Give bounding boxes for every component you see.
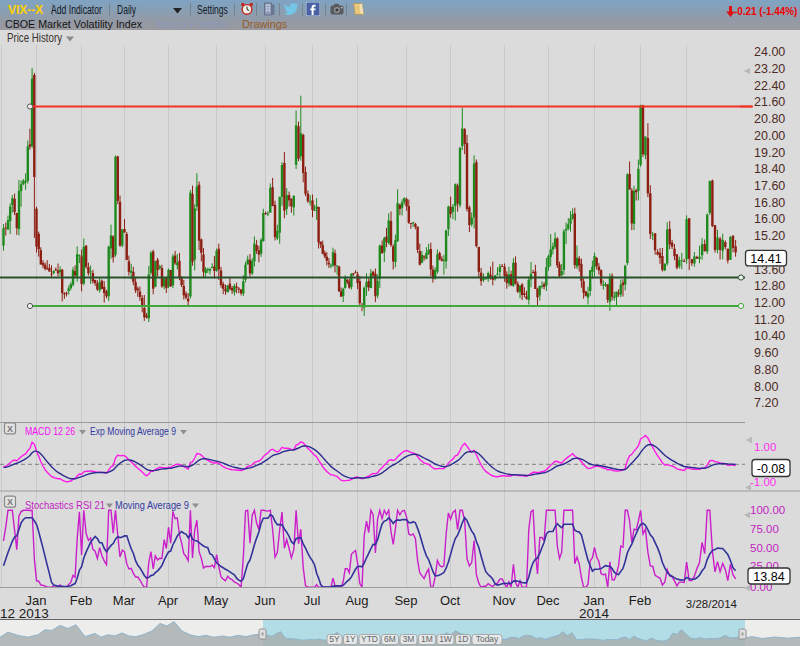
svg-text:Mar: Mar xyxy=(113,593,136,608)
svg-text:10.40: 10.40 xyxy=(754,329,785,343)
svg-text:X: X xyxy=(7,497,13,507)
svg-text:Stochastics RSI 21: Stochastics RSI 21 xyxy=(25,499,105,511)
svg-text:19.20: 19.20 xyxy=(754,146,785,160)
svg-text:YTD: YTD xyxy=(361,634,378,644)
svg-text:75.00: 75.00 xyxy=(750,523,779,535)
svg-text:Oct: Oct xyxy=(440,593,461,608)
svg-text:Apr: Apr xyxy=(158,593,179,608)
svg-text:Dec: Dec xyxy=(536,593,560,608)
svg-text:12.00: 12.00 xyxy=(754,296,785,310)
svg-text:24.00: 24.00 xyxy=(754,45,785,59)
svg-text:1D: 1D xyxy=(458,634,469,644)
svg-text:16.80: 16.80 xyxy=(754,196,785,210)
svg-text:13.84: 13.84 xyxy=(753,570,784,584)
svg-text:X: X xyxy=(7,424,13,434)
svg-text:20.00: 20.00 xyxy=(754,129,785,143)
svg-text:6M: 6M xyxy=(384,634,396,644)
svg-text:22.40: 22.40 xyxy=(754,79,785,93)
svg-text:8.80: 8.80 xyxy=(754,363,778,377)
svg-text:7.20: 7.20 xyxy=(754,396,778,410)
svg-text:May: May xyxy=(204,593,229,608)
svg-text:12 2013: 12 2013 xyxy=(0,606,49,621)
svg-text:Feb: Feb xyxy=(70,593,92,608)
svg-text:Jun: Jun xyxy=(255,593,276,608)
svg-text:1W: 1W xyxy=(439,634,452,644)
svg-text:MACD 12 26: MACD 12 26 xyxy=(25,425,75,437)
svg-text:2014: 2014 xyxy=(579,606,610,621)
svg-text:-0.08: -0.08 xyxy=(757,462,786,476)
svg-text:Moving Average 9: Moving Average 9 xyxy=(115,499,189,511)
svg-text:1Y: 1Y xyxy=(345,634,356,644)
svg-text:9.60: 9.60 xyxy=(754,346,778,360)
svg-text:Nov: Nov xyxy=(492,593,516,608)
svg-text:1.00: 1.00 xyxy=(754,441,776,453)
svg-text:8.00: 8.00 xyxy=(754,380,778,394)
svg-text:Feb: Feb xyxy=(629,593,651,608)
svg-text:3M: 3M xyxy=(403,634,415,644)
svg-text:18.40: 18.40 xyxy=(754,162,785,176)
svg-text:20.80: 20.80 xyxy=(754,112,785,126)
svg-text:15.20: 15.20 xyxy=(754,229,785,243)
svg-text:-1.00: -1.00 xyxy=(750,476,776,488)
svg-text:1M: 1M xyxy=(421,634,433,644)
svg-text:50.00: 50.00 xyxy=(750,542,779,554)
svg-text:Price History: Price History xyxy=(7,31,63,45)
svg-text:3/28/2014: 3/28/2014 xyxy=(686,598,738,610)
svg-text:Jul: Jul xyxy=(304,593,321,608)
svg-text:Sep: Sep xyxy=(394,593,417,608)
svg-text:17.60: 17.60 xyxy=(754,179,785,193)
svg-text:12.80: 12.80 xyxy=(754,279,785,293)
svg-text:21.60: 21.60 xyxy=(754,95,785,109)
svg-text:Exp Moving Average 9: Exp Moving Average 9 xyxy=(90,425,176,437)
svg-text:100.00: 100.00 xyxy=(750,504,785,516)
svg-text:14.41: 14.41 xyxy=(750,252,781,266)
svg-text:Today: Today xyxy=(476,634,499,644)
svg-text:5Y: 5Y xyxy=(329,634,340,644)
svg-text:16.00: 16.00 xyxy=(754,212,785,226)
svg-text:23.20: 23.20 xyxy=(754,62,785,76)
svg-text:Aug: Aug xyxy=(345,593,368,608)
svg-text:11.20: 11.20 xyxy=(754,313,784,327)
